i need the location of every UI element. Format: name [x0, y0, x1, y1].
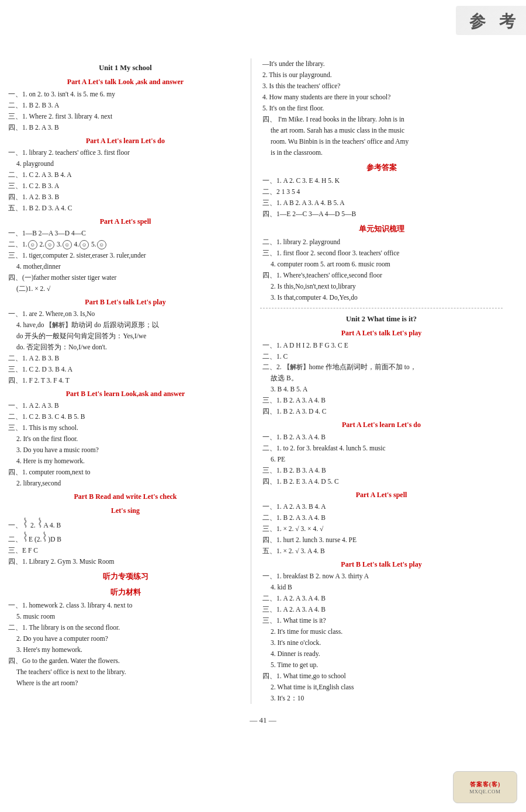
partA-learn-a1: 一、1. library 2. teachers' office 3. firs… [8, 147, 245, 158]
partA-talk-a2: 二、1. B 2. B 3. A [8, 100, 245, 111]
partA2-learn-a2: 二、1. to 2. for 3. breakfast 4. lunch 5. … [262, 443, 503, 454]
right-four-c: room. Wu Binbin is in the teachers' offi… [271, 136, 503, 147]
smiley-1: ☺ [28, 240, 37, 249]
right-four-d: is in the classroom. [271, 147, 503, 158]
unit1-title: Unit 1 My school [6, 62, 245, 74]
listening-a1b: 5. music room [16, 611, 245, 622]
partA-learn-a4: 四、1. A 2. B 3. B [8, 192, 245, 203]
partA2-learn-a3: 三、1. B 2. B 3. A 4. B [262, 465, 503, 476]
unit-review-title: 单元知识梳理 [260, 223, 503, 235]
zigzag-icon-4: ⌇ [41, 530, 48, 544]
listening-material: 听力材料 [6, 587, 245, 599]
review-a4b: 2. Is this,No,isn't,next to,library [271, 281, 503, 292]
partB-learn-a4: 四、1. computer room,next to [8, 467, 245, 478]
partA2-a2: 二、1. C [262, 351, 503, 362]
header-title: 参 考 [469, 11, 520, 33]
partA-talk-title: Part A Let's talk Look ,ask and answer [6, 76, 245, 88]
partA2-spell-a4: 四、1. hurt 2. lunch 3. nurse 4. PE [262, 535, 503, 546]
partB-rw-a4: 四、1. Library 2. Gym 3. Music Room [8, 556, 245, 567]
right-a3: 3. Is this the teachers' office? [262, 81, 503, 92]
partB-learn-a3: 三、1. This is my school. [8, 422, 245, 433]
listen2-a4-2: 2. What time is it,English class [271, 682, 503, 693]
partB-learn-a3b: 2. It's on the first floor. [16, 433, 245, 445]
partA2-a2d: 3. B 4. B 5. A [271, 384, 503, 395]
partB-rw-title: Part B Read and write Let's check [6, 491, 245, 502]
listening-title: 听力专项练习 [6, 571, 245, 583]
partB-learn-a4b: 2. library,second [16, 478, 245, 489]
right-a4: 4. How many students are there in your s… [262, 92, 503, 103]
logo-bottom-text: MXQE.COM [469, 789, 500, 794]
partB-talk-a2: 二、1. A 2. B 3. B [8, 353, 245, 364]
zigzag-icon-2: ⌇ [37, 516, 43, 530]
partA-talk-a1: 一、1. on 2. to 3. isn't 4. is 5. me 6. my [8, 89, 245, 100]
left-column: Unit 1 My school Part A Let's talk Look … [6, 58, 251, 704]
partA2-a2b: 二、2. 【解析】home 作地点副词时，前面不加 to， [262, 362, 503, 373]
partB-talk-a1: 一、1. are 2. Where,on 3. Is,No [8, 308, 245, 320]
right-four: 四、 I'm Mike. I read books in the library… [262, 114, 503, 125]
partA-spell-title: Part A Let's spell [6, 216, 245, 227]
unit2-title: Unit 2 What time is it? [260, 313, 503, 325]
listen2-a3-title: 三、1. What time is it? [262, 615, 503, 626]
ref-answers-title: 参考答案 [260, 162, 503, 174]
partA-spell-a1: 一、1—B 2—A 3—D 4—C [8, 228, 245, 239]
partB2-a1b: 4. kid B [271, 582, 503, 593]
partB-talk-a1d: do. 否定回答为：No,I/we don't. [16, 342, 245, 353]
partB2-a2: 二、1. A 2. A 3. A 4. B [262, 593, 503, 604]
right-column: —It's under the library. 2. This is our … [251, 58, 503, 704]
listening-a4c: Where is the art room? [16, 678, 245, 689]
partB-rw-a2: 二、⌇E (2.⌇)D B [8, 531, 245, 545]
zigzag-icon-3: ⌇ [22, 530, 29, 544]
ref-a1: 一、1. A 2. C 3. E 4. H 5. K [262, 175, 503, 186]
partB-talk-a1c: do 开头的一般疑问句肯定回答为：Yes,I/we [16, 331, 245, 342]
bottom-logo: 答案客(客) MXQE.COM [453, 771, 517, 803]
partA-spell-a4: 四、(一)father mother sister tiger water [8, 272, 245, 283]
partA-spell-a3: 三、1. tiger,computer 2. sister,eraser 3. … [8, 250, 245, 261]
listen2-a3-5: 5. Time to get up. [271, 660, 503, 671]
partB-talk-a1b: 4. have,do 【解析】助动词 do 后跟动词原形；以 [16, 320, 245, 331]
partB-learn-a2: 二、1. C 2. B 3. C 4. B 5. B [8, 411, 245, 422]
unit2-label: Unit 2 What time is it? [346, 315, 417, 323]
logo-top-text: 答案客(客) [470, 780, 501, 789]
right-a1: —It's under the library. [262, 58, 503, 70]
partA2-spell-a5: 五、1. × 2. √ 3. A 4. B [262, 546, 503, 557]
ref-a2: 二、2 1 3 5 4 [262, 186, 503, 197]
partA-talk-a3: 三、1. Where 2. first 3. library 4. next [8, 111, 245, 122]
right-a5: 5. It's on the first floor. [262, 103, 503, 114]
partA-spell-a4b: (二)1. × 2. √ [16, 283, 245, 294]
partB2-a1: 一、1. breakfast B 2. now A 3. thirty A [262, 571, 503, 582]
partA-spell-a3b: 4. mother,dinner [16, 261, 245, 272]
partA2-a3: 三、1. B 2. A 3. A 4. B [262, 395, 503, 406]
right-four-b: the art room. Sarah has a music class in… [271, 125, 503, 136]
listening-a2: 二、1. The library is on the second floor. [8, 622, 245, 633]
partB2-a3: 三、1. A 2. A 3. A 4. B [262, 604, 503, 615]
partA-spell-a2: 二、1.☺ 2.☺ 3.☺ 4.☺ 5.☺ [8, 239, 245, 250]
listening-a4b: The teachers' office is next to the libr… [16, 667, 245, 678]
page-number: — 41 — [0, 716, 526, 725]
partA2-learn-title: Part A Let's learn Let's do [260, 419, 503, 431]
listen2-a3-3: 3. It's nine o'clock. [271, 637, 503, 648]
review-a4: 四、1. Where's,teachers' office,second flo… [262, 270, 503, 281]
partA-talk-a4: 四、1. B 2. A 3. B [8, 122, 245, 133]
partA2-spell-a2: 二、1. B 2. A 3. A 4. B [262, 512, 503, 523]
partA-learn-title: Part A Let's learn Let's do [6, 135, 245, 147]
listening-a2c: 3. Here's my homework. [16, 644, 245, 655]
unit-divider [260, 308, 503, 308]
partB-learn-a3d: 4. Here is my homework. [16, 456, 245, 467]
partB2-talk-title: Part B Let's talk Let's play [260, 558, 503, 570]
partB-learn-title: Part B Let's learn Look,ask and answer [6, 388, 245, 400]
smiley-5: ☺ [97, 240, 106, 249]
partB-rw-a1: 一、⌇ 2. ⌇A 4. B [8, 517, 245, 531]
listening-a2b: 2. Do you have a computer room? [16, 633, 245, 644]
page-container: 参 考 Unit 1 My school Part A Let's talk L… [0, 0, 526, 812]
review-a4c: 3. Is that,computer 4. Do,Yes,do [271, 292, 503, 303]
partB-rw-a3: 三、E F C [8, 545, 245, 556]
partA2-spell-a1: 一、1. A 2. A 3. B 4. A [262, 501, 503, 512]
right-a2: 2. This is our playground. [262, 70, 503, 81]
partA2-a1: 一、1. A D H I 2. B F G 3. C E [262, 340, 503, 351]
review-a3b: 4. computer room 5. art room 6. music ro… [271, 259, 503, 270]
listen2-a4-3: 3. It's 2：10 [271, 693, 503, 704]
listen2-a3-2: 2. It's time for music class. [271, 626, 503, 637]
partA-learn-a5: 五、1. B 2. D 3. A 4. C [8, 203, 245, 214]
listen2-a3-4: 4. Dinner is ready. [271, 648, 503, 660]
listening-a4: 四、Go to the garden. Water the flowers. [8, 655, 245, 667]
